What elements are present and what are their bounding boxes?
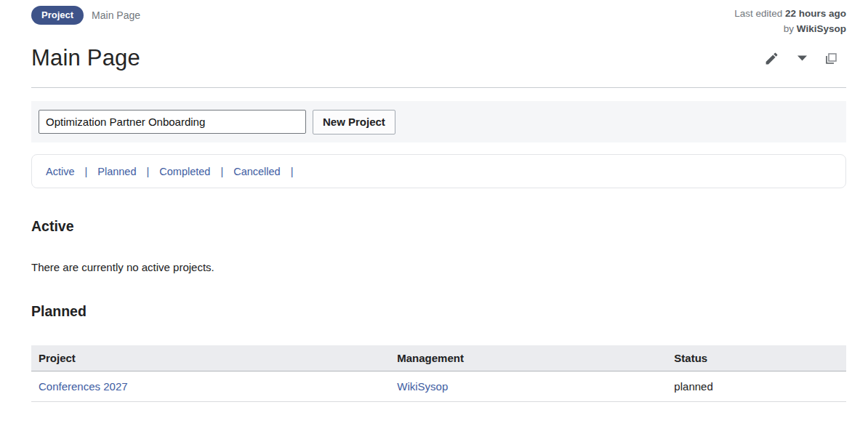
section-heading-active: Active	[31, 218, 846, 235]
nav-link-completed[interactable]: Completed	[159, 166, 210, 177]
page-content: Project Main Page Last edited 22 hours a…	[0, 0, 868, 402]
last-edited-time: 22 hours ago	[785, 8, 846, 19]
breadcrumb-namespace-pill[interactable]: Project	[31, 6, 84, 25]
page-title: Main Page	[31, 45, 140, 71]
column-header-status: Status	[667, 345, 846, 371]
caret-down-icon	[797, 55, 807, 61]
expand-button[interactable]	[825, 52, 837, 65]
last-edited-prefix: Last edited	[734, 8, 782, 19]
status-filter-nav: Active | Planned | Completed | Cancelled…	[31, 154, 846, 188]
title-divider	[31, 87, 846, 88]
nav-separator: |	[85, 166, 88, 177]
pencil-icon	[764, 51, 779, 66]
new-project-button[interactable]: New Project	[313, 110, 395, 134]
page-header: Project Main Page Last edited 22 hours a…	[31, 0, 846, 36]
management-user-link[interactable]: WikiSysop	[397, 380, 448, 393]
nav-separator: |	[220, 166, 223, 177]
table-row: Conferences 2027 WikiSysop planned	[31, 371, 846, 402]
section-heading-planned: Planned	[31, 303, 846, 320]
active-empty-message: There are currently no active projects.	[31, 261, 846, 273]
nav-link-planned[interactable]: Planned	[97, 166, 136, 177]
new-project-toolbar: New Project	[31, 101, 846, 142]
expand-window-icon	[825, 52, 837, 65]
nav-separator: |	[147, 166, 150, 177]
last-edited-line1: Last edited 22 hours ago	[734, 6, 846, 21]
project-link[interactable]: Conferences 2027	[39, 380, 128, 393]
breadcrumb: Project Main Page	[31, 6, 140, 25]
last-edited-line2: by WikiSysop	[734, 21, 846, 36]
column-header-management: Management	[390, 345, 667, 371]
breadcrumb-page[interactable]: Main Page	[92, 9, 140, 21]
status-value: planned	[674, 380, 712, 393]
planned-projects-table: Project Management Status Conferences 20…	[31, 345, 846, 402]
last-edited-meta: Last edited 22 hours ago by WikiSysop	[734, 6, 846, 36]
title-actions	[764, 51, 846, 66]
project-name-input[interactable]	[39, 110, 306, 134]
last-edited-by: by	[784, 23, 794, 34]
page-actions-menu-button[interactable]	[797, 55, 807, 61]
title-row: Main Page	[31, 45, 846, 71]
edit-button[interactable]	[764, 51, 779, 66]
column-header-project: Project	[31, 345, 390, 371]
nav-link-cancelled[interactable]: Cancelled	[233, 166, 281, 177]
nav-link-active[interactable]: Active	[46, 166, 75, 177]
table-header-row: Project Management Status	[31, 345, 846, 371]
last-edited-user: WikiSysop	[797, 23, 846, 34]
nav-separator: |	[291, 166, 294, 177]
